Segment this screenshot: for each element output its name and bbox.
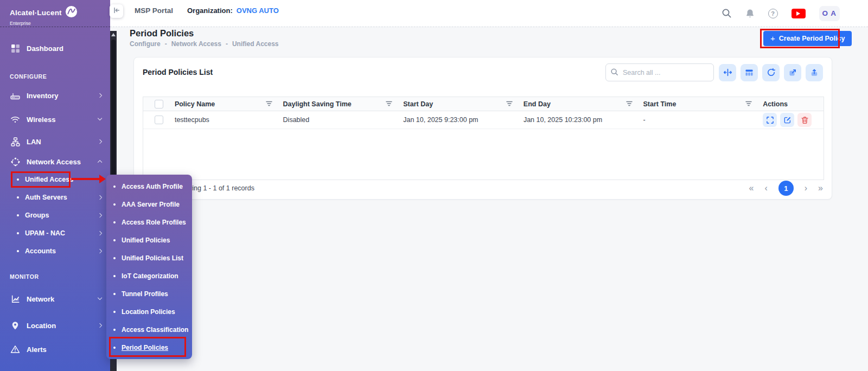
breadcrumb-separator: - (165, 40, 167, 48)
breadcrumb: Configure - Network Access - Unified Acc… (130, 40, 279, 48)
collapse-arrow-icon (113, 7, 120, 16)
sidebar-item-lan[interactable]: LAN (0, 133, 110, 150)
flyout-item-tunnel-profiles[interactable]: Tunnel Profiles (106, 285, 192, 303)
columns-button[interactable] (741, 64, 758, 81)
breadcrumb-item-network-access[interactable]: Network Access (171, 40, 221, 48)
previous-page-button[interactable]: ‹ (764, 184, 767, 193)
filter-icon[interactable] (266, 100, 272, 108)
page-title: Period Policies (130, 28, 194, 39)
table-empty-area (143, 129, 824, 180)
filter-icon[interactable] (386, 100, 392, 108)
sidebar-item-network-access[interactable]: Network Access (0, 153, 110, 170)
period-policies-table: Policy Name Daylight Saving Time Start D… (143, 97, 824, 180)
network-chart-icon (10, 295, 21, 304)
column-header-start-day[interactable]: Start Day (403, 100, 524, 108)
chevron-right-icon (98, 249, 103, 254)
sidebar-dashed-divider (0, 27, 110, 27)
column-header-end-day[interactable]: End Day (524, 100, 643, 108)
scroll-up-arrow-icon[interactable] (111, 33, 116, 36)
sidebar-item-upam-nac[interactable]: UPAM - NAC (0, 225, 110, 241)
sidebar-item-location[interactable]: Location (0, 317, 110, 334)
sidebar-item-inventory[interactable]: Inventory (0, 87, 110, 104)
bullet-icon (17, 178, 19, 181)
sidebar: Alcatel·Lucent Enterprise Dashboard CONF… (0, 0, 110, 371)
sidebar-item-dashboard[interactable]: Dashboard (0, 40, 110, 56)
expand-row-button[interactable] (763, 113, 777, 127)
resize-columns-button[interactable] (719, 64, 736, 81)
delete-row-button[interactable] (797, 113, 812, 127)
flyout-item-period-policies[interactable]: Period Policies (106, 338, 192, 356)
search-icon[interactable] (722, 8, 732, 18)
column-header-daylight-saving-time[interactable]: Daylight Saving Time (283, 100, 404, 108)
flyout-item-access-classification[interactable]: Access Classification (106, 321, 192, 338)
row-checkbox[interactable] (155, 116, 163, 124)
chevron-right-icon (98, 231, 103, 236)
flyout-item-unified-policies[interactable]: Unified Policies (106, 231, 192, 249)
table-search (605, 63, 714, 81)
search-icon (610, 68, 618, 78)
chevron-up-icon (98, 160, 103, 165)
cell-daylight-saving: Disabled (283, 116, 404, 124)
sidebar-item-groups[interactable]: Groups (0, 207, 110, 223)
select-all-checkbox[interactable] (155, 100, 163, 108)
filter-icon[interactable] (506, 100, 513, 108)
flyout-item-aaa-server-profile[interactable]: AAA Server Profile (106, 195, 192, 213)
scrollbar-thumb[interactable] (111, 40, 116, 197)
section-label-configure: CONFIGURE (10, 73, 47, 80)
filter-icon[interactable] (745, 100, 752, 108)
flyout-item-iot-categorization[interactable]: IoT Categorization (106, 267, 192, 285)
filter-icon[interactable] (626, 100, 633, 108)
pagination: « ‹ 1 › » (749, 181, 823, 196)
column-header-policy-name[interactable]: Policy Name (175, 100, 283, 108)
refresh-button[interactable] (762, 64, 780, 81)
bullet-icon (17, 250, 19, 252)
flyout-item-access-role-profiles[interactable]: Access Role Profiles (106, 213, 192, 231)
chevron-right-icon (98, 139, 103, 144)
sidebar-item-accounts[interactable]: Accounts (0, 243, 110, 259)
flyout-item-location-policies[interactable]: Location Policies (106, 303, 192, 321)
cell-policy-name: testtecpubs (175, 116, 283, 124)
last-page-button[interactable]: » (818, 184, 823, 193)
dashboard-icon (10, 44, 21, 53)
inventory-icon (10, 91, 21, 100)
sidebar-item-alerts[interactable]: Alerts (0, 341, 110, 357)
flyout-item-unified-policies-list[interactable]: Unified Policies List (106, 249, 192, 267)
cell-start-time: - (643, 116, 763, 124)
upload-button[interactable] (806, 64, 823, 81)
search-input[interactable] (605, 63, 714, 81)
breadcrumb-separator: - (226, 40, 228, 48)
cell-end-day: Jan 10, 2025 10:23:00 pm (524, 116, 643, 124)
bullet-icon (113, 221, 116, 223)
sidebar-item-wireless[interactable]: Wireless (0, 111, 110, 127)
column-header-start-time[interactable]: Start Time (643, 100, 763, 108)
section-label-monitor: MONITOR (10, 273, 39, 280)
annotation-arrow (71, 178, 100, 180)
sidebar-item-network[interactable]: Network (0, 291, 110, 307)
help-icon[interactable]: ? (768, 9, 778, 18)
bullet-icon (113, 293, 116, 295)
notifications-bell-icon[interactable] (745, 9, 755, 18)
create-period-policy-button[interactable]: + Create Period Policy (763, 31, 852, 46)
bullet-icon (113, 239, 116, 241)
annotation-arrow-head (99, 175, 106, 183)
header-dashed-divider (110, 27, 868, 27)
export-button[interactable] (784, 64, 801, 81)
sidebar-item-auth-servers[interactable]: Auth Servers (0, 189, 110, 206)
organization-value[interactable]: OVNG AUTO (237, 7, 279, 15)
sidebar-collapse-button[interactable] (110, 4, 123, 18)
plus-icon: + (770, 34, 775, 43)
table-header-row: Policy Name Daylight Saving Time Start D… (143, 97, 824, 111)
breadcrumb-item-unified-access[interactable]: Unified Access (232, 40, 279, 48)
table-row[interactable]: testtecpubs Disabled Jan 10, 2025 9:23:0… (143, 111, 824, 129)
chevron-right-icon (98, 323, 103, 328)
youtube-icon[interactable] (792, 9, 806, 18)
edit-row-button[interactable] (780, 113, 794, 127)
breadcrumb-item-configure[interactable]: Configure (130, 40, 161, 48)
user-avatar[interactable]: O A (819, 6, 840, 21)
first-page-button[interactable]: « (749, 184, 754, 193)
bullet-icon (17, 196, 19, 199)
current-page-button[interactable]: 1 (778, 181, 794, 196)
chevron-down-icon (98, 116, 103, 121)
flyout-item-access-auth-profile[interactable]: Access Auth Profile (106, 177, 192, 195)
next-page-button[interactable]: › (805, 184, 807, 193)
